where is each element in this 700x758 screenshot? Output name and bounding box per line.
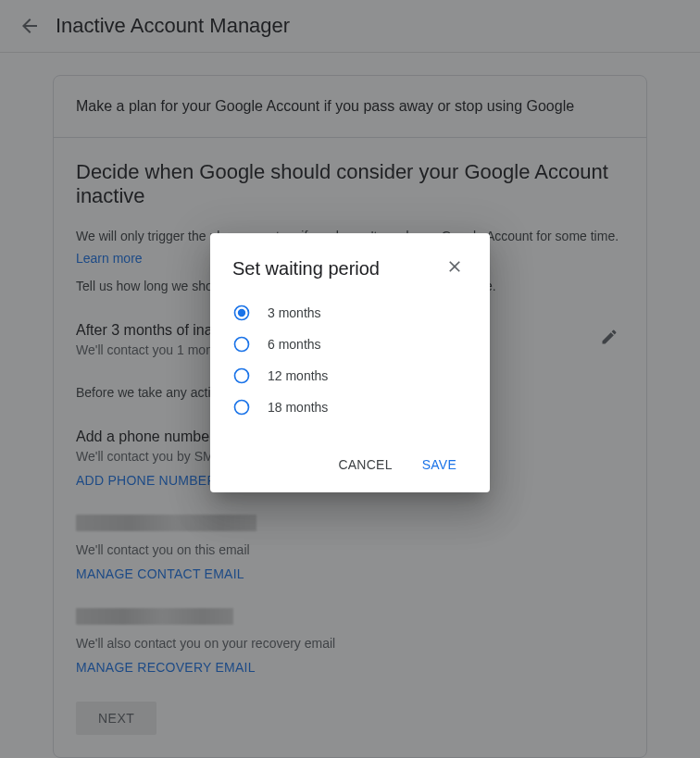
radio-icon (232, 335, 251, 354)
radio-label: 18 months (268, 400, 328, 415)
waiting-period-dialog: Set waiting period 3 months6 months12 mo… (210, 233, 490, 492)
radio-label: 6 months (268, 337, 321, 352)
radio-icon (232, 398, 251, 416)
radio-option-18-months[interactable]: 18 months (232, 398, 468, 416)
save-button[interactable]: SAVE (411, 450, 468, 479)
radio-label: 12 months (268, 368, 328, 383)
cancel-button[interactable]: CANCEL (327, 450, 403, 479)
radio-icon (232, 367, 251, 385)
svg-point-2 (235, 338, 249, 352)
dialog-close-button[interactable] (442, 254, 468, 283)
radio-group: 3 months6 months12 months18 months (232, 304, 468, 416)
radio-option-3-months[interactable]: 3 months (232, 304, 468, 322)
dialog-title: Set waiting period (232, 258, 380, 280)
radio-option-12-months[interactable]: 12 months (232, 367, 468, 385)
svg-point-4 (235, 401, 249, 415)
svg-point-3 (235, 369, 249, 383)
radio-label: 3 months (268, 305, 321, 320)
close-icon (445, 257, 464, 276)
radio-icon (232, 304, 251, 322)
radio-option-6-months[interactable]: 6 months (232, 335, 468, 354)
svg-point-1 (238, 309, 245, 317)
